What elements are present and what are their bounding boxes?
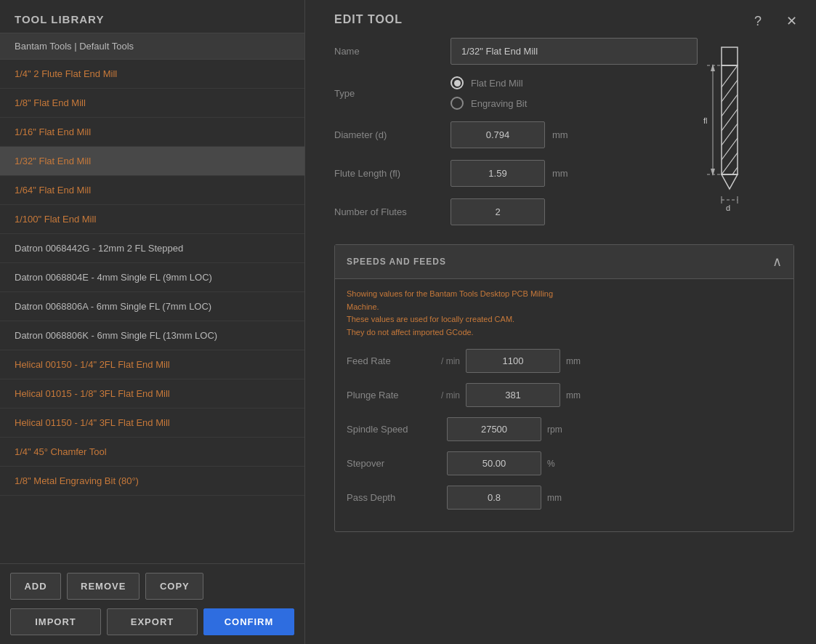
right-header: EDIT TOOL [334,0,794,38]
left-panel: TOOL LIBRARY Bantam Tools | Default Tool… [0,0,305,644]
spindle-speed-label: Spindle Speed [347,424,441,435]
feed-rate-row: Feed Rate / min mm [347,349,782,373]
tool-item[interactable]: Helical 01150 - 1/4" 3FL Flat End Mill [0,408,304,438]
plunge-rate-subunit: / min [441,390,460,401]
speeds-note: Showing values for the Bantam Tools Desk… [347,288,782,339]
pass-depth-unit: mm [547,493,562,503]
type-label: Type [334,88,451,99]
diameter-unit: mm [552,129,568,140]
pass-depth-label: Pass Depth [347,492,441,503]
tool-item[interactable]: Datron 0068442G - 12mm 2 FL Stepped [0,234,304,263]
pass-depth-row: Pass Depth mm [347,486,782,510]
tool-item[interactable]: 1/100" Flat End Mill [0,205,304,234]
flat-end-mill-label: Flat End Mill [471,78,523,89]
diameter-input[interactable] [451,121,545,148]
speeds-note-line4: They do not affect imported GCode. [347,328,474,337]
tool-item[interactable]: 1/4" 2 Flute Flat End Mill [0,60,304,89]
tool-library-title: TOOL LIBRARY [0,0,304,33]
feed-rate-unit: mm [566,356,581,366]
name-label: Name [334,46,451,57]
spindle-speed-unit: rpm [547,424,562,435]
flat-end-mill-option[interactable]: Flat End Mill [451,76,527,89]
stepover-label: Stepover [347,458,441,469]
speeds-note-line2: Machine. [347,302,379,311]
num-flutes-input[interactable] [451,198,545,225]
speeds-title: SPEEDS AND FEEDS [347,257,446,267]
pass-depth-input[interactable] [447,486,541,510]
flute-length-label: Flute Length (fl) [334,168,451,179]
speeds-note-line1: Showing values for the Bantam Tools Desk… [347,289,553,298]
bottom-buttons-row1: ADD REMOVE COPY [0,563,304,608]
speeds-body: Showing values for the Bantam Tools Desk… [335,278,793,531]
tool-item[interactable]: 1/4" 45° Chamfer Tool [0,438,304,467]
engraving-bit-radio[interactable] [451,97,464,110]
main-container: TOOL LIBRARY Bantam Tools | Default Tool… [0,0,816,644]
tool-diagram: fl [700,44,758,228]
plunge-rate-row: Plunge Rate / min mm [347,383,782,407]
svg-rect-6 [722,47,738,65]
library-subtitle: Bantam Tools | Default Tools [0,33,304,60]
name-input[interactable] [451,38,698,65]
feed-rate-input[interactable] [466,349,560,373]
plunge-rate-label: Plunge Rate [347,390,441,401]
tool-item[interactable]: Datron 0068806A - 6mm Single FL (7mm LOC… [0,292,304,321]
svg-text:d: d [726,204,730,212]
flat-end-mill-radio[interactable] [451,76,464,89]
tool-item[interactable]: 1/64" Flat End Mill [0,176,304,205]
engraving-bit-option[interactable]: Engraving Bit [451,97,527,110]
plunge-rate-unit: mm [566,390,581,401]
export-button[interactable]: EXPORT [107,608,198,635]
tool-item[interactable]: Helical 01015 - 1/8" 3FL Flat End Mill [0,379,304,408]
add-button[interactable]: ADD [10,573,61,600]
remove-button[interactable]: REMOVE [67,573,140,600]
speeds-header[interactable]: SPEEDS AND FEEDS ∧ [335,245,793,278]
num-flutes-label: Number of Flutes [334,206,451,217]
bottom-buttons-row2: IMPORT EXPORT CONFIRM [0,608,304,644]
feed-rate-subunit: / min [441,356,460,366]
feed-rate-label: Feed Rate [347,355,441,366]
tool-item[interactable]: Datron 0068806K - 6mm Single FL (13mm LO… [0,321,304,350]
diameter-label: Diameter (d) [334,129,451,140]
copy-button[interactable]: COPY [145,573,203,600]
tool-list: 1/4" 2 Flute Flat End Mill1/8" Flat End … [0,60,304,563]
edit-tool-title: EDIT TOOL [334,13,403,26]
close-button[interactable]: ✕ [781,11,801,31]
flute-length-unit: mm [552,168,568,179]
tool-item[interactable]: 1/32" Flat End Mill [0,147,304,176]
plunge-rate-input[interactable] [466,383,560,407]
right-panel: EDIT TOOL ? ✕ fl [305,0,816,644]
tool-item[interactable]: Datron 0068804E - 4mm Single FL (9mm LOC… [0,263,304,292]
speeds-note-line3: These values are used for locally create… [347,315,514,323]
spindle-speed-row: Spindle Speed rpm [347,417,782,441]
engraving-bit-label: Engraving Bit [471,98,527,109]
flute-length-input[interactable] [451,160,545,187]
import-button[interactable]: IMPORT [10,608,101,635]
stepover-unit: % [547,459,555,469]
confirm-button[interactable]: CONFIRM [203,608,294,635]
chevron-up-icon: ∧ [772,254,782,270]
stepover-input[interactable] [447,451,541,475]
header-icons: ? ✕ [748,11,801,31]
tool-item[interactable]: 1/16" Flat End Mill [0,118,304,147]
type-group: Flat End Mill Engraving Bit [451,76,527,110]
tool-item[interactable]: 1/8" Flat End Mill [0,89,304,118]
svg-text:fl: fl [703,116,708,125]
help-button[interactable]: ? [748,11,768,31]
spindle-speed-input[interactable] [447,417,541,441]
tool-item[interactable]: Helical 00150 - 1/4" 2FL Flat End Mill [0,350,304,379]
svg-marker-17 [722,174,738,189]
tool-item[interactable]: 1/8" Metal Engraving Bit (80°) [0,467,304,496]
speeds-section: SPEEDS AND FEEDS ∧ Showing values for th… [334,244,794,532]
stepover-row: Stepover % [347,451,782,475]
